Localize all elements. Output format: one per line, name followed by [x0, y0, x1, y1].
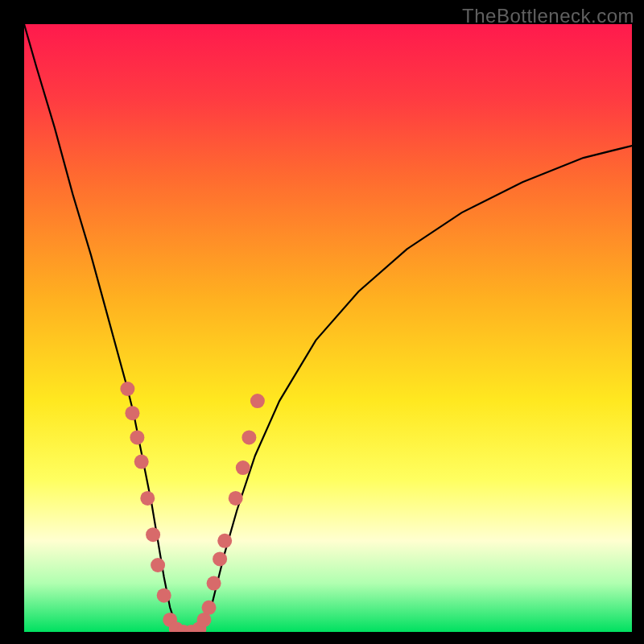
curve-marker	[229, 491, 243, 506]
curve-marker	[134, 455, 149, 469]
curve-marker	[125, 406, 139, 420]
curve-marker	[202, 601, 217, 615]
attribution-label: TheBottleneck.com	[462, 5, 634, 27]
chart-plot-area	[24, 24, 632, 632]
curve-marker	[236, 460, 250, 475]
bottleneck-curve-svg	[24, 24, 632, 632]
curve-markers	[120, 382, 265, 632]
curve-marker	[242, 430, 256, 444]
curve-marker	[157, 588, 171, 603]
curve-marker	[207, 576, 221, 591]
curve-marker	[213, 551, 227, 566]
bottleneck-curve	[24, 24, 632, 632]
curve-marker	[250, 394, 265, 408]
curve-marker	[120, 382, 134, 396]
curve-marker	[130, 430, 144, 444]
curve-marker	[146, 527, 160, 542]
curve-marker	[217, 534, 232, 548]
curve-marker	[140, 491, 155, 506]
curve-marker	[151, 558, 165, 572]
